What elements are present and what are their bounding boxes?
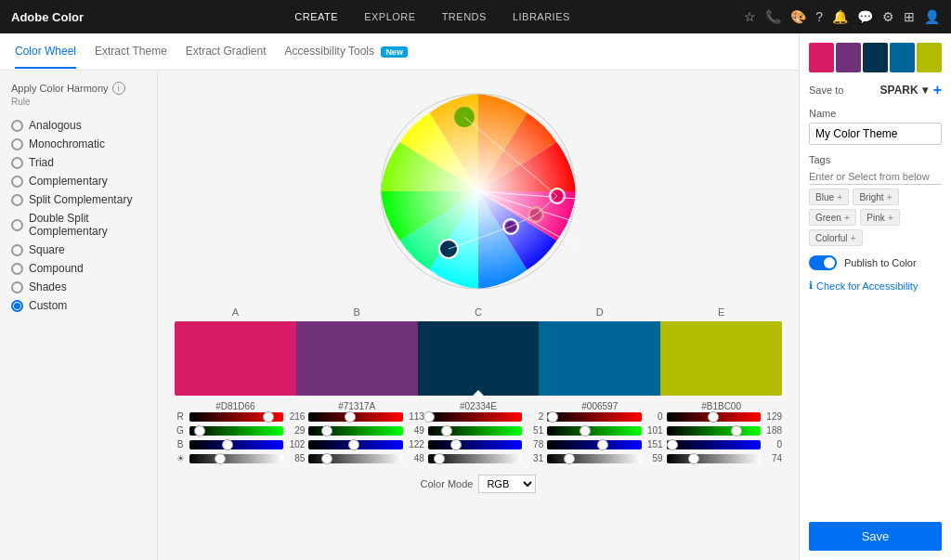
tab-color-wheel[interactable]: Color Wheel bbox=[15, 35, 76, 69]
tab-accessibility-tools[interactable]: Accessibility Tools New bbox=[285, 35, 408, 69]
swatch-c[interactable] bbox=[418, 321, 540, 396]
radio-split-complementary bbox=[11, 194, 23, 206]
hex-labels: #D81D66 #71317A #02334E #006597 #B1BC00 bbox=[175, 401, 782, 411]
radio-custom bbox=[11, 300, 23, 312]
save-to-select[interactable]: SPARK ▾ bbox=[880, 84, 928, 97]
slider-tracks-b: 102 122 bbox=[189, 439, 782, 449]
preview-swatch-b[interactable] bbox=[836, 43, 861, 72]
tab-extract-gradient[interactable]: Extract Gradient bbox=[186, 35, 267, 69]
harmony-title: Apply Color Harmony i bbox=[11, 82, 146, 95]
preview-swatch-c[interactable] bbox=[863, 43, 888, 72]
harmony-double-split[interactable]: Double Split Complementary bbox=[11, 209, 146, 241]
channel-r-label: R bbox=[175, 411, 186, 422]
notification-icon[interactable]: 🔔 bbox=[832, 9, 848, 24]
channel-g-label: G bbox=[175, 425, 186, 436]
harmony-monochromatic[interactable]: Monochromatic bbox=[11, 135, 146, 153]
preview-swatch-d[interactable] bbox=[890, 43, 915, 72]
tag-blue[interactable]: Blue + bbox=[809, 189, 849, 205]
nav-explore[interactable]: EXPLORE bbox=[364, 11, 415, 22]
slider-b-r: 113 bbox=[308, 411, 423, 422]
phone-icon[interactable]: 📞 bbox=[765, 9, 781, 24]
radio-monochromatic bbox=[11, 138, 23, 150]
name-label: Name bbox=[809, 108, 942, 119]
swatch-label-e: E bbox=[660, 306, 782, 321]
tags-input[interactable] bbox=[809, 169, 942, 185]
tag-bright-add: + bbox=[887, 191, 892, 202]
app-logo: Adobe Color bbox=[11, 10, 84, 24]
color-wheel[interactable] bbox=[376, 89, 580, 293]
preview-swatch-e[interactable] bbox=[917, 43, 942, 72]
harmony-rule: Rule bbox=[11, 97, 146, 107]
tag-pink-add: + bbox=[888, 212, 893, 223]
swatch-label-a: A bbox=[175, 306, 296, 321]
color-icon[interactable]: 🎨 bbox=[790, 9, 806, 24]
slider-a-b: 102 bbox=[189, 439, 305, 449]
slider-row-g: G 29 bbox=[175, 425, 782, 436]
help-icon[interactable]: ? bbox=[815, 9, 823, 24]
swatch-e[interactable] bbox=[660, 321, 782, 396]
slider-d-g: 101 bbox=[547, 425, 662, 436]
nav-libraries[interactable]: LIBRARIES bbox=[513, 11, 570, 22]
hex-e: #B1BC00 bbox=[660, 401, 782, 411]
slider-tracks-g: 29 49 bbox=[189, 425, 782, 436]
slider-row-brightness: ☀ 85 bbox=[175, 453, 782, 463]
radio-double-split bbox=[11, 219, 23, 231]
tag-pink[interactable]: Pink + bbox=[860, 209, 900, 226]
channel-b-label: B bbox=[175, 439, 186, 449]
harmony-shades[interactable]: Shades bbox=[11, 278, 146, 296]
slider-c-b: 78 bbox=[428, 439, 543, 449]
tab-bar: Color Wheel Extract Theme Extract Gradie… bbox=[0, 33, 799, 71]
slider-d-brightness: 59 bbox=[547, 453, 662, 463]
chevron-down-icon: ▾ bbox=[922, 84, 928, 97]
slider-c-brightness: 31 bbox=[428, 453, 543, 463]
tag-green-add: + bbox=[844, 212, 850, 223]
info-icon[interactable]: i bbox=[112, 82, 125, 95]
swatch-a[interactable] bbox=[175, 321, 296, 396]
tag-colorful[interactable]: Colorful + bbox=[809, 229, 863, 246]
main-container: Color Wheel Extract Theme Extract Gradie… bbox=[0, 33, 951, 560]
preview-swatches bbox=[809, 43, 942, 72]
tag-green[interactable]: Green + bbox=[809, 209, 856, 226]
save-button[interactable]: Save bbox=[809, 522, 942, 551]
nav-create[interactable]: CREATE bbox=[294, 11, 338, 22]
nav-links: CREATE EXPLORE TRENDS LIBRARIES bbox=[121, 11, 744, 22]
tag-bright[interactable]: Bright + bbox=[853, 189, 899, 205]
harmony-custom[interactable]: Custom bbox=[11, 296, 146, 315]
harmony-split-complementary[interactable]: Split Complementary bbox=[11, 190, 146, 209]
swatch-labels: A B C D E bbox=[175, 306, 782, 321]
harmony-complementary[interactable]: Complementary bbox=[11, 172, 146, 190]
settings-icon[interactable]: ⚙ bbox=[882, 9, 894, 24]
color-mode-select[interactable]: RGB CMYK LAB HSB bbox=[478, 475, 536, 493]
grid-icon[interactable]: ⊞ bbox=[904, 9, 915, 24]
slider-e-b: 0 bbox=[667, 439, 782, 449]
harmony-analogous[interactable]: Analogous bbox=[11, 116, 146, 135]
tags-label: Tags bbox=[809, 154, 942, 165]
add-library-icon[interactable]: + bbox=[933, 82, 942, 98]
preview-swatch-a[interactable] bbox=[809, 43, 834, 72]
slider-c-r: 2 bbox=[428, 411, 543, 422]
swatch-b[interactable] bbox=[296, 321, 418, 396]
harmony-triad[interactable]: Triad bbox=[11, 153, 146, 172]
slider-b-brightness: 48 bbox=[308, 453, 423, 463]
publish-toggle[interactable] bbox=[809, 255, 837, 270]
harmony-square[interactable]: Square bbox=[11, 241, 146, 259]
color-mode-row: Color Mode RGB CMYK LAB HSB bbox=[413, 467, 544, 493]
slider-d-r: 0 bbox=[547, 411, 662, 422]
slider-e-r: 129 bbox=[667, 411, 782, 422]
tab-extract-theme[interactable]: Extract Theme bbox=[95, 35, 167, 69]
swatch-d[interactable] bbox=[539, 321, 660, 396]
accessibility-link[interactable]: ℹ Check for Accessibility bbox=[809, 280, 942, 292]
name-input[interactable] bbox=[809, 123, 942, 145]
slider-a-brightness: 85 bbox=[189, 453, 305, 463]
radio-shades bbox=[11, 281, 23, 293]
channel-brightness-label: ☀ bbox=[175, 453, 186, 463]
user-icon[interactable]: 👤 bbox=[924, 9, 940, 24]
tags-area: Tags Blue + Bright + Green + Pink + bbox=[809, 154, 942, 246]
star-icon[interactable]: ☆ bbox=[744, 9, 756, 24]
slider-e-brightness: 74 bbox=[667, 453, 782, 463]
slider-e-g: 188 bbox=[667, 425, 782, 436]
new-badge: New bbox=[381, 46, 408, 58]
nav-trends[interactable]: TRENDS bbox=[442, 11, 487, 22]
harmony-compound[interactable]: Compound bbox=[11, 259, 146, 278]
chat-icon[interactable]: 💬 bbox=[857, 9, 873, 24]
